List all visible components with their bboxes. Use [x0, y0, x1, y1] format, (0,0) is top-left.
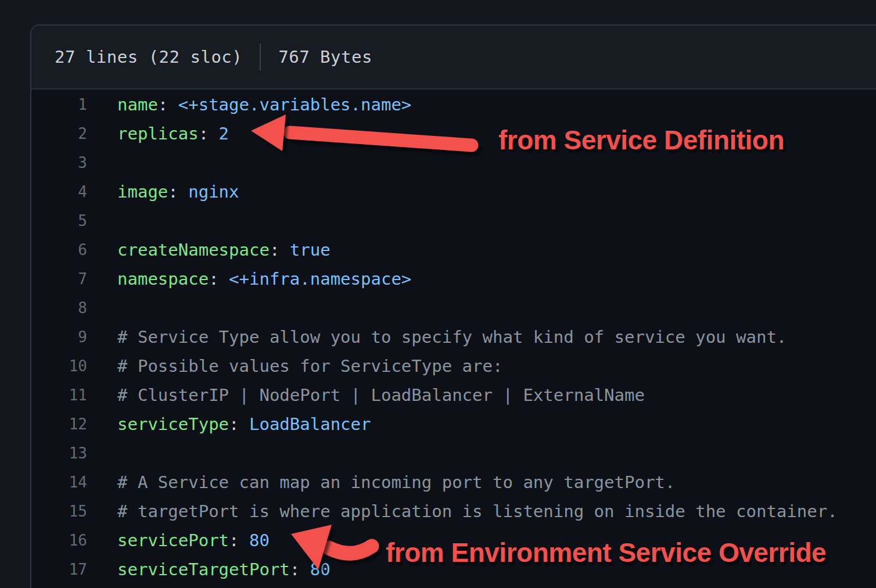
code-line: 15# targetPort is where application is l… [31, 497, 876, 526]
code-line: 14# A Service can map an incoming port t… [31, 468, 876, 497]
annotation-service-definition: from Service Definition [498, 127, 784, 153]
code-text: # Possible values for ServiceType are: [87, 356, 502, 376]
file-viewer-panel: 27 lines (22 sloc) 767 Bytes 1name: <+st… [30, 24, 876, 588]
code-line: 6createNamespace: true [31, 235, 876, 264]
annotation-environment-override: from Environment Service Override [386, 539, 826, 566]
line-number: 12 [31, 415, 87, 433]
line-number: 8 [31, 299, 87, 317]
line-number: 14 [31, 474, 87, 491]
code-line: 4image: nginx [31, 177, 876, 206]
line-number: 1 [31, 96, 87, 113]
code-text: namespace: <+infra.namespace> [87, 269, 411, 289]
header-divider [260, 44, 261, 70]
code-area: 1name: <+stage.variables.name>2replicas:… [31, 89, 876, 584]
line-number: 7 [31, 270, 87, 288]
code-text: # A Service can map an incoming port to … [87, 472, 675, 492]
code-line: 11# ClusterIP | NodePort | LoadBalancer … [31, 381, 876, 410]
code-text: name: <+stage.variables.name> [87, 95, 411, 114]
code-text: createNamespace: true [87, 240, 331, 260]
code-text: image: nginx [87, 182, 239, 202]
line-number: 4 [31, 183, 87, 200]
code-text: # ClusterIP | NodePort | LoadBalancer | … [87, 385, 645, 405]
line-number: 17 [31, 561, 87, 578]
code-text: # Service Type allow you to specify what… [87, 327, 787, 347]
code-text: servicePort: 80 [87, 530, 270, 550]
code-text: replicas: 2 [87, 124, 229, 144]
line-number: 9 [31, 328, 87, 346]
code-line: 8 [31, 293, 876, 322]
line-number: 11 [31, 386, 87, 404]
code-text: serviceTargetPort: 80 [87, 560, 331, 579]
line-number: 13 [31, 444, 87, 462]
code-line: 7namespace: <+infra.namespace> [31, 264, 876, 293]
code-line: 12serviceType: LoadBalancer [31, 410, 876, 439]
code-text: # targetPort is where application is lis… [87, 501, 838, 521]
line-number: 5 [31, 212, 87, 230]
code-text: serviceType: LoadBalancer [87, 414, 371, 434]
code-line: 9# Service Type allow you to specify wha… [31, 322, 876, 352]
code-line: 5 [31, 206, 876, 235]
code-line: 13 [31, 439, 876, 468]
code-line: 10# Possible values for ServiceType are: [31, 352, 876, 381]
code-line: 1name: <+stage.variables.name> [31, 90, 876, 119]
line-number: 2 [31, 125, 87, 142]
line-number: 6 [31, 241, 87, 259]
line-number: 16 [31, 532, 87, 549]
line-number: 3 [31, 154, 87, 171]
line-number: 10 [31, 357, 87, 375]
file-lines-info: 27 lines (22 sloc) [55, 47, 242, 67]
file-header: 27 lines (22 sloc) 767 Bytes [31, 26, 876, 89]
line-number: 15 [31, 503, 87, 520]
file-size-info: 767 Bytes [278, 47, 372, 67]
